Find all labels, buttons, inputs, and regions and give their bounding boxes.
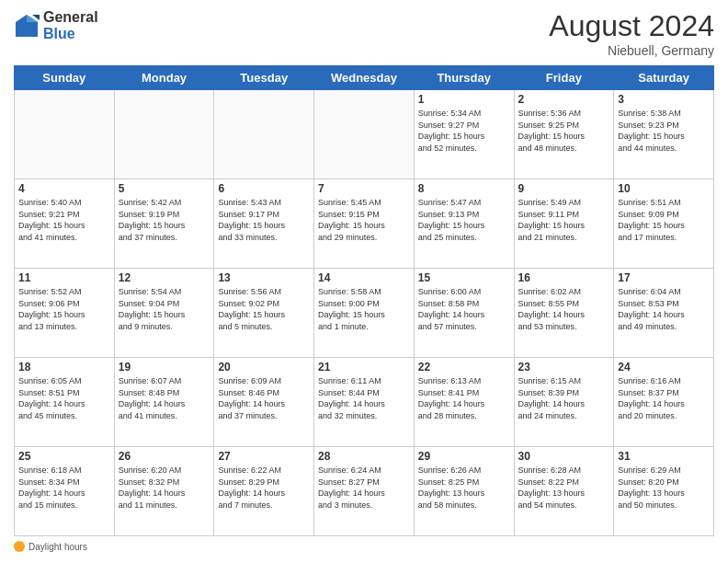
logo-blue-text: Blue: [43, 26, 98, 42]
day-info: Sunrise: 6:29 AM Sunset: 8:20 PM Dayligh…: [618, 465, 710, 511]
day-number: 5: [119, 182, 210, 195]
day-info: Sunrise: 5:54 AM Sunset: 9:04 PM Dayligh…: [119, 286, 210, 332]
calendar-cell: 4Sunrise: 5:40 AM Sunset: 9:21 PM Daylig…: [15, 179, 115, 269]
calendar-cell: 1Sunrise: 5:34 AM Sunset: 9:27 PM Daylig…: [414, 90, 514, 179]
calendar-cell: 16Sunrise: 6:02 AM Sunset: 8:55 PM Dayli…: [514, 269, 614, 358]
day-info: Sunrise: 5:43 AM Sunset: 9:17 PM Dayligh…: [218, 197, 310, 243]
calendar-cell: 25Sunrise: 6:18 AM Sunset: 8:34 PM Dayli…: [15, 447, 115, 536]
day-info: Sunrise: 5:47 AM Sunset: 9:13 PM Dayligh…: [418, 197, 510, 243]
calendar-cell: 13Sunrise: 5:56 AM Sunset: 9:02 PM Dayli…: [214, 269, 314, 358]
calendar-day-header: Friday: [514, 66, 614, 90]
calendar-week-row: 4Sunrise: 5:40 AM Sunset: 9:21 PM Daylig…: [15, 179, 714, 269]
calendar-cell: 24Sunrise: 6:16 AM Sunset: 8:37 PM Dayli…: [614, 358, 714, 447]
day-number: 14: [318, 271, 410, 284]
calendar-cell: 10Sunrise: 5:51 AM Sunset: 9:09 PM Dayli…: [614, 179, 714, 269]
calendar-cell: 30Sunrise: 6:28 AM Sunset: 8:22 PM Dayli…: [514, 447, 614, 536]
calendar-day-header: Thursday: [414, 66, 514, 90]
day-info: Sunrise: 6:13 AM Sunset: 8:41 PM Dayligh…: [418, 375, 510, 421]
day-number: 1: [418, 93, 510, 106]
logo-text: General Blue: [43, 9, 98, 41]
calendar-cell: 14Sunrise: 5:58 AM Sunset: 9:00 PM Dayli…: [314, 269, 415, 358]
day-info: Sunrise: 5:34 AM Sunset: 9:27 PM Dayligh…: [418, 108, 510, 154]
day-info: Sunrise: 5:45 AM Sunset: 9:15 PM Dayligh…: [318, 197, 410, 243]
day-number: 22: [418, 361, 510, 373]
calendar-day-header: Wednesday: [314, 66, 415, 90]
day-info: Sunrise: 6:05 AM Sunset: 8:51 PM Dayligh…: [18, 375, 110, 421]
day-info: Sunrise: 6:15 AM Sunset: 8:39 PM Dayligh…: [518, 375, 610, 421]
calendar-cell: 27Sunrise: 6:22 AM Sunset: 8:29 PM Dayli…: [214, 447, 314, 536]
day-info: Sunrise: 6:07 AM Sunset: 8:48 PM Dayligh…: [119, 375, 210, 421]
day-number: 12: [119, 271, 210, 284]
day-number: 23: [518, 361, 610, 373]
day-info: Sunrise: 5:38 AM Sunset: 9:23 PM Dayligh…: [618, 108, 710, 154]
day-number: 19: [119, 361, 210, 373]
calendar-week-row: 18Sunrise: 6:05 AM Sunset: 8:51 PM Dayli…: [15, 358, 714, 447]
day-number: 6: [218, 182, 310, 195]
calendar-cell: 2Sunrise: 5:36 AM Sunset: 9:25 PM Daylig…: [514, 90, 614, 179]
day-info: Sunrise: 6:00 AM Sunset: 8:58 PM Dayligh…: [418, 286, 510, 332]
day-info: Sunrise: 5:36 AM Sunset: 9:25 PM Dayligh…: [518, 108, 610, 154]
location: Niebuell, Germany: [549, 43, 714, 58]
calendar-cell: [114, 90, 214, 179]
daylight-label: Daylight hours: [28, 542, 87, 552]
day-number: 2: [518, 93, 610, 106]
day-info: Sunrise: 6:02 AM Sunset: 8:55 PM Dayligh…: [518, 286, 610, 332]
day-info: Sunrise: 6:24 AM Sunset: 8:27 PM Dayligh…: [318, 465, 410, 511]
calendar-day-header: Sunday: [15, 66, 115, 90]
day-number: 8: [418, 182, 510, 195]
calendar-table: SundayMondayTuesdayWednesdayThursdayFrid…: [14, 65, 714, 536]
day-number: 16: [518, 271, 610, 284]
day-number: 4: [18, 182, 110, 195]
title-block: August 2024 Niebuell, Germany: [549, 9, 714, 58]
day-info: Sunrise: 5:52 AM Sunset: 9:06 PM Dayligh…: [18, 286, 110, 332]
day-number: 21: [318, 361, 410, 373]
day-info: Sunrise: 6:26 AM Sunset: 8:25 PM Dayligh…: [418, 465, 510, 511]
calendar-cell: 3Sunrise: 5:38 AM Sunset: 9:23 PM Daylig…: [614, 90, 714, 179]
day-info: Sunrise: 6:09 AM Sunset: 8:46 PM Dayligh…: [218, 375, 310, 421]
calendar-header-row: SundayMondayTuesdayWednesdayThursdayFrid…: [15, 66, 714, 90]
calendar-cell: [314, 90, 415, 179]
sun-icon: [14, 541, 25, 552]
calendar-cell: 29Sunrise: 6:26 AM Sunset: 8:25 PM Dayli…: [414, 447, 514, 536]
day-number: 10: [618, 182, 710, 195]
calendar-cell: 31Sunrise: 6:29 AM Sunset: 8:20 PM Dayli…: [614, 447, 714, 536]
calendar-cell: 18Sunrise: 6:05 AM Sunset: 8:51 PM Dayli…: [15, 358, 115, 447]
calendar-cell: 20Sunrise: 6:09 AM Sunset: 8:46 PM Dayli…: [214, 358, 314, 447]
calendar-day-header: Monday: [114, 66, 214, 90]
day-number: 20: [218, 361, 310, 373]
day-number: 15: [418, 271, 510, 284]
day-info: Sunrise: 6:18 AM Sunset: 8:34 PM Dayligh…: [18, 465, 110, 511]
day-info: Sunrise: 6:16 AM Sunset: 8:37 PM Dayligh…: [618, 375, 710, 421]
day-number: 18: [18, 361, 110, 373]
calendar-day-header: Tuesday: [214, 66, 314, 90]
footer: Daylight hours: [14, 541, 714, 554]
calendar-cell: 5Sunrise: 5:42 AM Sunset: 9:19 PM Daylig…: [114, 179, 214, 269]
calendar-cell: 12Sunrise: 5:54 AM Sunset: 9:04 PM Dayli…: [114, 269, 214, 358]
calendar-cell: 8Sunrise: 5:47 AM Sunset: 9:13 PM Daylig…: [414, 179, 514, 269]
day-number: 3: [618, 93, 710, 106]
calendar-cell: 26Sunrise: 6:20 AM Sunset: 8:32 PM Dayli…: [114, 447, 214, 536]
day-info: Sunrise: 5:42 AM Sunset: 9:19 PM Dayligh…: [119, 197, 210, 243]
day-number: 31: [618, 450, 710, 463]
day-number: 30: [518, 450, 610, 463]
calendar-cell: 9Sunrise: 5:49 AM Sunset: 9:11 PM Daylig…: [514, 179, 614, 269]
day-number: 27: [218, 450, 310, 463]
day-number: 24: [618, 361, 710, 373]
day-info: Sunrise: 6:22 AM Sunset: 8:29 PM Dayligh…: [218, 465, 310, 511]
calendar-week-row: 11Sunrise: 5:52 AM Sunset: 9:06 PM Dayli…: [15, 269, 714, 358]
day-number: 25: [18, 450, 110, 463]
calendar-cell: 15Sunrise: 6:00 AM Sunset: 8:58 PM Dayli…: [414, 269, 514, 358]
calendar-cell: 7Sunrise: 5:45 AM Sunset: 9:15 PM Daylig…: [314, 179, 415, 269]
header: General Blue August 2024 Niebuell, Germa…: [14, 9, 714, 58]
day-info: Sunrise: 5:51 AM Sunset: 9:09 PM Dayligh…: [618, 197, 710, 243]
day-info: Sunrise: 6:20 AM Sunset: 8:32 PM Dayligh…: [119, 465, 210, 511]
day-info: Sunrise: 6:11 AM Sunset: 8:44 PM Dayligh…: [318, 375, 410, 421]
day-number: 28: [318, 450, 410, 463]
logo-general-text: General: [43, 9, 98, 26]
calendar-cell: 17Sunrise: 6:04 AM Sunset: 8:53 PM Dayli…: [614, 269, 714, 358]
day-number: 9: [518, 182, 610, 195]
calendar-cell: 22Sunrise: 6:13 AM Sunset: 8:41 PM Dayli…: [414, 358, 514, 447]
calendar-cell: 21Sunrise: 6:11 AM Sunset: 8:44 PM Dayli…: [314, 358, 415, 447]
day-info: Sunrise: 6:04 AM Sunset: 8:53 PM Dayligh…: [618, 286, 710, 332]
calendar-week-row: 1Sunrise: 5:34 AM Sunset: 9:27 PM Daylig…: [15, 90, 714, 179]
